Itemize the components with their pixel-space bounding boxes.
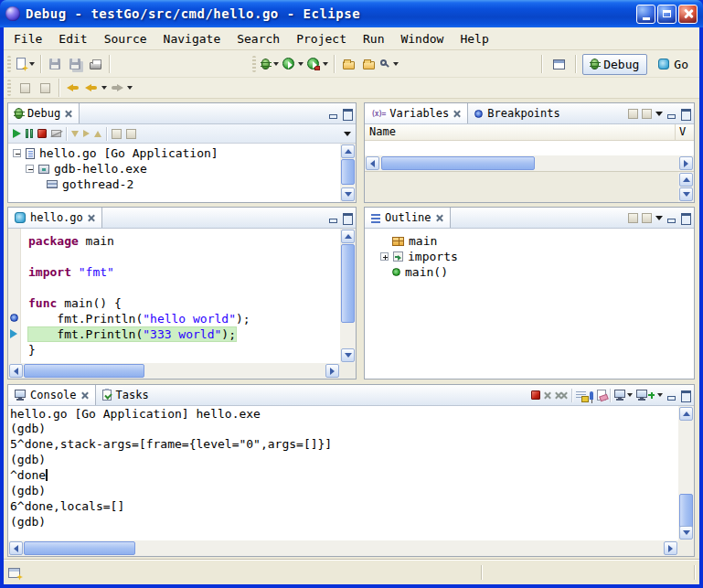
- step-return-icon[interactable]: [94, 131, 101, 137]
- close-tab-icon[interactable]: [453, 110, 461, 117]
- open-folder-button[interactable]: [338, 53, 358, 75]
- collapse-expander-icon[interactable]: [13, 149, 21, 157]
- console-horizontal-scrollbar[interactable]: [8, 540, 678, 556]
- open-resource-button[interactable]: [358, 53, 378, 75]
- tab-console[interactable]: Console: [8, 385, 96, 405]
- column-name[interactable]: Name: [365, 124, 676, 140]
- save-button[interactable]: [45, 53, 65, 75]
- console-vertical-scrollbar[interactable]: [678, 406, 694, 540]
- step-into-icon[interactable]: [71, 131, 79, 137]
- close-tab-icon[interactable]: [436, 214, 443, 221]
- drop-to-frame-icon[interactable]: [112, 129, 122, 139]
- tab-variables[interactable]: (x)= Variables: [365, 103, 468, 123]
- scroll-down-button[interactable]: [679, 526, 693, 540]
- perspective-debug-button[interactable]: Debug: [582, 54, 647, 75]
- scroll-thumb[interactable]: [24, 541, 135, 555]
- menu-run[interactable]: Run: [355, 29, 392, 48]
- outline-item-main-func[interactable]: main(): [365, 264, 694, 280]
- close-button[interactable]: [678, 5, 698, 24]
- close-tab-icon[interactable]: [65, 110, 72, 117]
- menu-edit[interactable]: Edit: [50, 29, 95, 48]
- suspend-icon[interactable]: [26, 129, 33, 138]
- debug-tree[interactable]: hello.go [Go Application] gdb-hello.exe …: [8, 144, 356, 202]
- code-line[interactable]: fmt.Println("hello world");: [28, 311, 340, 326]
- menu-window[interactable]: Window: [392, 29, 452, 48]
- search-button[interactable]: [378, 53, 400, 75]
- external-tools-button[interactable]: [305, 53, 330, 75]
- variables-detail-pane[interactable]: [365, 171, 694, 202]
- debug-tree-process-row[interactable]: gdb-hello.exe: [8, 161, 340, 176]
- step-over-icon[interactable]: [83, 130, 90, 137]
- scroll-up-button[interactable]: [341, 144, 355, 158]
- toolbar-grip[interactable]: [252, 56, 256, 72]
- view-menu-icon[interactable]: [655, 216, 663, 220]
- menu-search[interactable]: Search: [229, 29, 288, 48]
- maximize-view-icon[interactable]: [342, 109, 352, 119]
- variables-horizontal-scrollbar[interactable]: [365, 155, 694, 171]
- show-type-names-icon[interactable]: [628, 109, 638, 119]
- minimize-view-icon[interactable]: [666, 213, 676, 223]
- run-launch-button[interactable]: [281, 53, 305, 75]
- maximize-button[interactable]: [657, 5, 676, 24]
- minimize-button[interactable]: [636, 5, 655, 24]
- menu-source[interactable]: Source: [96, 29, 155, 48]
- minimize-view-icon[interactable]: [328, 213, 338, 223]
- outline-item-imports[interactable]: imports: [365, 249, 694, 264]
- terminate-icon[interactable]: [37, 129, 47, 138]
- save-all-button[interactable]: [65, 53, 85, 75]
- minimize-view-icon[interactable]: [666, 109, 676, 119]
- scroll-down-button[interactable]: [341, 348, 355, 362]
- menu-help[interactable]: Help: [452, 29, 496, 48]
- menu-project[interactable]: Project: [288, 29, 355, 48]
- fast-view-icon[interactable]: [8, 568, 20, 578]
- scroll-thumb[interactable]: [381, 156, 535, 170]
- scroll-right-button[interactable]: [664, 541, 677, 555]
- scroll-down-button[interactable]: [679, 187, 693, 201]
- scroll-thumb[interactable]: [24, 364, 144, 378]
- console-body[interactable]: hello.go [Go Application] hello.exe (gdb…: [8, 406, 694, 556]
- minimize-view-icon[interactable]: [328, 109, 338, 119]
- variables-tree[interactable]: [365, 141, 694, 155]
- forward-button[interactable]: [109, 79, 134, 97]
- toolbar-grip[interactable]: [7, 80, 11, 96]
- code-line-current-instruction[interactable]: fmt.Println("333 world");: [28, 326, 340, 342]
- maximize-view-icon[interactable]: [342, 213, 352, 223]
- scroll-thumb[interactable]: [341, 159, 355, 185]
- scroll-right-button[interactable]: [325, 364, 339, 378]
- last-edit-location-button[interactable]: [63, 79, 83, 97]
- maximize-view-icon[interactable]: [680, 390, 690, 401]
- code-line[interactable]: package main: [28, 233, 340, 249]
- scroll-right-button[interactable]: [679, 156, 693, 170]
- breakpoint-icon[interactable]: [10, 314, 18, 322]
- close-tab-icon[interactable]: [81, 391, 89, 399]
- scroll-left-button[interactable]: [366, 156, 379, 170]
- tab-breakpoints[interactable]: Breakpoints: [468, 103, 566, 123]
- debug-tree-launch-row[interactable]: hello.go [Go Application]: [8, 145, 340, 161]
- code-line[interactable]: func main() {: [28, 295, 340, 311]
- debug-launch-button[interactable]: [260, 53, 281, 75]
- view-menu-icon[interactable]: [655, 112, 663, 116]
- outline-tree[interactable]: main imports main(): [365, 229, 694, 379]
- maximize-view-icon[interactable]: [680, 213, 690, 223]
- sort-icon[interactable]: [628, 213, 638, 223]
- open-console-button[interactable]: [636, 390, 663, 401]
- filter-icon[interactable]: [642, 213, 652, 223]
- menu-file[interactable]: File: [5, 29, 50, 48]
- open-perspective-button[interactable]: [549, 53, 569, 75]
- close-tab-icon[interactable]: [88, 214, 95, 221]
- scroll-thumb[interactable]: [679, 494, 693, 529]
- tab-tasks[interactable]: Tasks: [96, 385, 155, 405]
- scroll-left-button[interactable]: [9, 541, 23, 555]
- editor-annotation-ruler[interactable]: [8, 229, 21, 363]
- collapse-all-icon[interactable]: [642, 109, 652, 119]
- use-step-filters-icon[interactable]: [126, 129, 136, 139]
- collapse-expander-icon[interactable]: [26, 165, 34, 173]
- titlebar[interactable]: Debug - testGo/src/cmd/hello.go - Eclips…: [0, 0, 703, 27]
- resume-icon[interactable]: [13, 129, 21, 138]
- scroll-up-button[interactable]: [679, 173, 693, 187]
- code-line[interactable]: [28, 280, 340, 295]
- menu-navigate[interactable]: Navigate: [155, 29, 229, 48]
- remove-all-launches-icon[interactable]: [555, 391, 568, 399]
- console-output[interactable]: (gdb) 5^done,stack-args=[frame={level="0…: [10, 422, 678, 540]
- minimize-view-icon[interactable]: [666, 390, 676, 401]
